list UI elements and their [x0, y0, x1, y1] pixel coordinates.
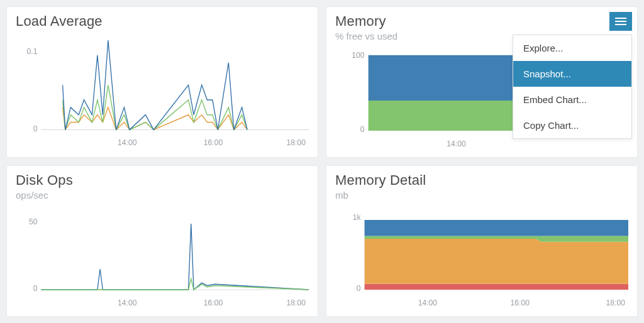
y-tick: 0 [357, 283, 361, 293]
panel-memory: Explore... Snapshot... Embed Chart... Co… [326, 6, 638, 158]
chart-menu-button[interactable] [609, 12, 632, 31]
x-tick: 14:00 [418, 297, 437, 307]
panel-subtitle: ops/sec [16, 190, 309, 200]
panel-header: Memory Detail mb [335, 172, 628, 200]
chart-menu-dropdown: Explore... Snapshot... Embed Chart... Co… [513, 35, 632, 139]
menu-item-snapshot[interactable]: Snapshot... [513, 61, 631, 87]
y-tick: 0.1 [27, 47, 38, 57]
y-tick: 100 [352, 50, 364, 60]
menu-item-embed[interactable]: Embed Chart... [513, 87, 631, 112]
chart-disk-ops[interactable]: 50 0 14:00 16:00 18:00 [16, 204, 309, 311]
menu-item-explore[interactable]: Explore... [513, 35, 631, 61]
panel-header: Disk Ops ops/sec [16, 172, 309, 200]
y-tick: 0 [360, 124, 365, 134]
svg-marker-5 [365, 220, 628, 236]
hamburger-icon [615, 21, 626, 22]
panel-title: Disk Ops [16, 172, 309, 189]
panel-subtitle: mb [335, 190, 628, 200]
panel-title: Memory [335, 13, 628, 30]
x-tick: 18:00 [287, 297, 306, 307]
panel-title: Load Average [16, 13, 309, 30]
chart-svg: 1k 0 14:00 16:00 18:00 [335, 204, 628, 311]
x-tick: 14:00 [118, 297, 136, 307]
chart-svg: 50 0 14:00 16:00 18:00 [16, 204, 309, 311]
x-tick: 18:00 [606, 297, 625, 307]
chart-load-average[interactable]: 0.1 0 14:00 16:00 18:00 [16, 33, 309, 152]
panel-load-average: Load Average 0.1 0 14:00 16:00 18:00 [6, 6, 318, 158]
panel-title: Memory Detail [335, 172, 628, 189]
y-tick: 50 [29, 216, 38, 226]
panel-memory-detail: Memory Detail mb 1k 0 14:00 16:00 18:00 [326, 165, 638, 317]
chart-memory-detail[interactable]: 1k 0 14:00 16:00 18:00 [335, 204, 628, 311]
y-tick: 1k [353, 212, 361, 222]
x-tick: 14:00 [447, 138, 465, 148]
dashboard-grid: Load Average 0.1 0 14:00 16:00 18:00 Exp… [0, 0, 644, 323]
x-tick: 16:00 [204, 137, 223, 147]
menu-item-copy[interactable]: Copy Chart... [513, 112, 631, 138]
x-tick: 14:00 [118, 137, 136, 147]
panel-disk-ops: Disk Ops ops/sec 50 0 14:00 16:00 18:00 [6, 165, 318, 317]
svg-marker-3 [365, 239, 628, 284]
x-tick: 16:00 [204, 297, 223, 307]
x-tick: 18:00 [287, 137, 306, 147]
panel-header: Load Average [16, 13, 309, 30]
chart-svg: 0.1 0 14:00 16:00 18:00 [16, 33, 309, 152]
svg-marker-2 [365, 284, 628, 290]
y-tick: 0 [33, 283, 38, 293]
x-tick: 16:00 [511, 297, 530, 307]
y-tick: 0 [33, 123, 38, 133]
